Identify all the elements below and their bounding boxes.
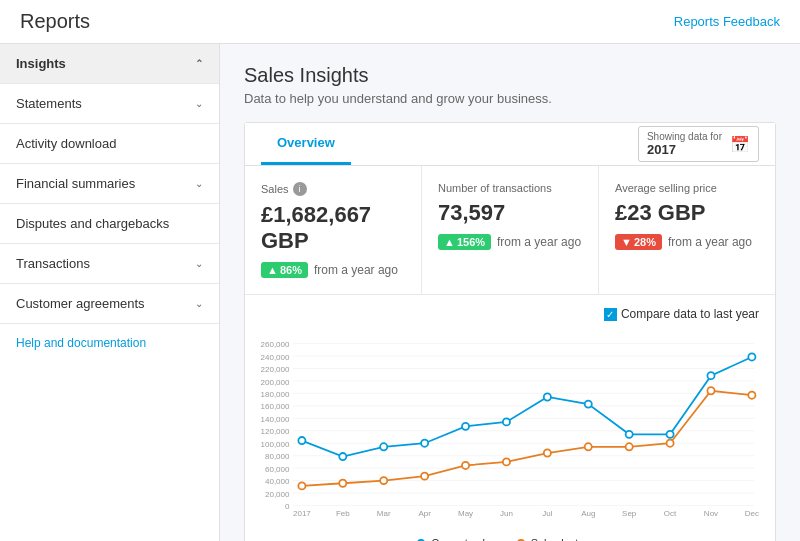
chart-area: ✓ Compare data to last year 260,000 240,… [245,295,775,541]
legend-current: Current sales [417,537,496,541]
svg-text:180,000: 180,000 [261,390,290,399]
svg-point-53 [339,453,346,460]
sidebar-item-customer-label: Customer agreements [16,296,145,311]
sidebar-item-activity-label: Activity download [16,136,116,151]
tab-bar: Overview Showing data for 2017 📅 [245,123,775,166]
metric-avg-label: Average selling price [615,182,717,194]
sidebar: Insights ⌃ Statements ⌄ Activity downloa… [0,44,220,541]
svg-text:60,000: 60,000 [265,465,290,474]
sidebar-item-activity-download[interactable]: Activity download [0,124,219,164]
avg-badge-arrow: ▼ [621,236,632,248]
svg-point-43 [421,473,428,480]
svg-text:Nov: Nov [704,509,718,518]
svg-text:140,000: 140,000 [261,415,290,424]
checkmark-icon: ✓ [606,309,614,320]
sales-badge-value: 86% [280,264,302,276]
sidebar-item-disputes[interactable]: Disputes and chargebacks [0,204,219,244]
svg-text:260,000: 260,000 [261,340,290,349]
compare-checkbox[interactable]: ✓ Compare data to last year [604,307,759,321]
svg-text:220,000: 220,000 [261,365,290,374]
avg-change-badge: ▼ 28% [615,234,662,250]
svg-point-57 [503,418,510,425]
metric-sales-value: £1,682,667 GBP [261,202,405,254]
chevron-up-icon: ⌃ [195,58,203,69]
legend-current-label: Current sales [431,537,496,541]
svg-text:Oct: Oct [664,509,677,518]
svg-text:Dec: Dec [745,509,759,518]
svg-point-61 [667,431,674,438]
svg-text:80,000: 80,000 [265,452,290,461]
metric-transactions-value: 73,597 [438,200,582,226]
svg-point-42 [380,477,387,484]
date-value: 2017 [647,142,722,157]
avg-change-text: from a year ago [668,235,752,249]
svg-point-51 [748,392,755,399]
svg-text:Feb: Feb [336,509,350,518]
transactions-change-text: from a year ago [497,235,581,249]
sidebar-item-financial-summaries[interactable]: Financial summaries ⌄ [0,164,219,204]
sidebar-item-customer-agreements[interactable]: Customer agreements ⌄ [0,284,219,324]
svg-text:May: May [458,509,473,518]
tab-overview[interactable]: Overview [261,123,351,165]
chevron-down-icon: ⌄ [195,98,203,109]
svg-point-46 [544,449,551,456]
svg-text:Aug: Aug [581,509,595,518]
chevron-down-icon-2: ⌄ [195,178,203,189]
svg-text:Jun: Jun [500,509,513,518]
svg-text:0: 0 [285,502,290,511]
sales-change-text: from a year ago [314,263,398,277]
sidebar-item-disputes-label: Disputes and chargebacks [16,216,169,231]
chart-wrapper: 260,000 240,000 220,000 200,000 180,000 … [261,329,759,529]
calendar-icon[interactable]: 📅 [730,135,750,154]
svg-text:2017: 2017 [293,509,311,518]
svg-point-56 [462,423,469,430]
sidebar-item-transactions[interactable]: Transactions ⌄ [0,244,219,284]
compare-label: Compare data to last year [621,307,759,321]
svg-point-58 [544,393,551,400]
svg-point-62 [707,372,714,379]
svg-point-47 [585,443,592,450]
transactions-badge-value: 156% [457,236,485,248]
sidebar-item-insights-label: Insights [16,56,66,71]
sidebar-item-transactions-label: Transactions [16,256,90,271]
reports-feedback-link[interactable]: Reports Feedback [674,14,780,29]
date-widget[interactable]: Showing data for 2017 📅 [638,126,759,162]
info-icon[interactable]: i [293,182,307,196]
svg-point-52 [298,437,305,444]
overview-card: Overview Showing data for 2017 📅 [244,122,776,541]
avg-badge-value: 28% [634,236,656,248]
metric-sales-label: Sales [261,183,289,195]
svg-point-54 [380,443,387,450]
help-documentation-link[interactable]: Help and documentation [0,324,219,362]
svg-point-40 [298,482,305,489]
transactions-badge-arrow: ▲ [444,236,455,248]
svg-point-59 [585,401,592,408]
content-title: Sales Insights [244,64,776,87]
chart-legend: Current sales Sales last year [261,537,759,541]
legend-last-year: Sales last year [517,537,603,541]
svg-text:Sep: Sep [622,509,637,518]
svg-point-45 [503,458,510,465]
sidebar-item-insights[interactable]: Insights ⌃ [0,44,219,84]
svg-point-63 [748,353,755,360]
svg-text:120,000: 120,000 [261,427,290,436]
chevron-down-icon-4: ⌄ [195,298,203,309]
metric-transactions: Number of transactions 73,597 ▲ 156% fro… [422,166,599,294]
svg-text:Mar: Mar [377,509,391,518]
metric-avg-price: Average selling price £23 GBP ▼ 28% from… [599,166,775,294]
sidebar-item-statements[interactable]: Statements ⌄ [0,84,219,124]
svg-point-55 [421,440,428,447]
svg-point-41 [339,480,346,487]
sales-badge-arrow: ▲ [267,264,278,276]
svg-text:Apr: Apr [418,509,431,518]
svg-point-49 [667,440,674,447]
svg-point-44 [462,462,469,469]
svg-point-48 [626,443,633,450]
date-showing-label: Showing data for [647,131,722,142]
sidebar-item-statements-label: Statements [16,96,82,111]
page-title: Reports [20,10,90,33]
sales-change-badge: ▲ 86% [261,262,308,278]
svg-text:20,000: 20,000 [265,490,290,499]
transactions-change-badge: ▲ 156% [438,234,491,250]
svg-text:160,000: 160,000 [261,402,290,411]
